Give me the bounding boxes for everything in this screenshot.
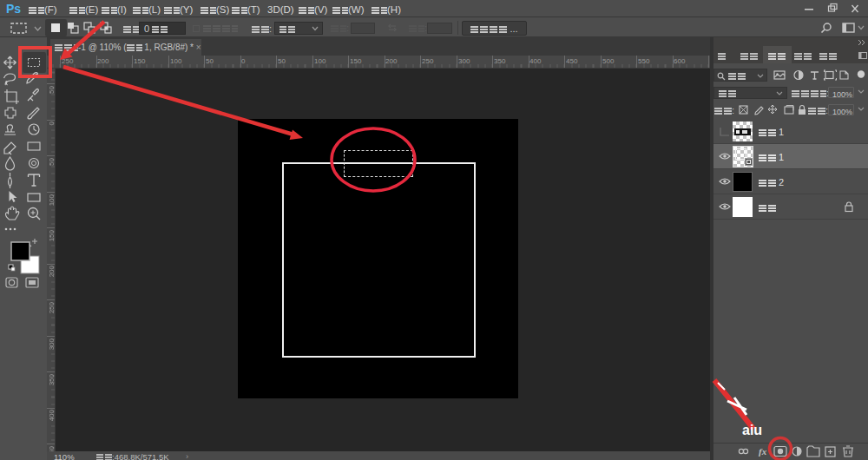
svg-text:fx: fx: [759, 446, 767, 457]
